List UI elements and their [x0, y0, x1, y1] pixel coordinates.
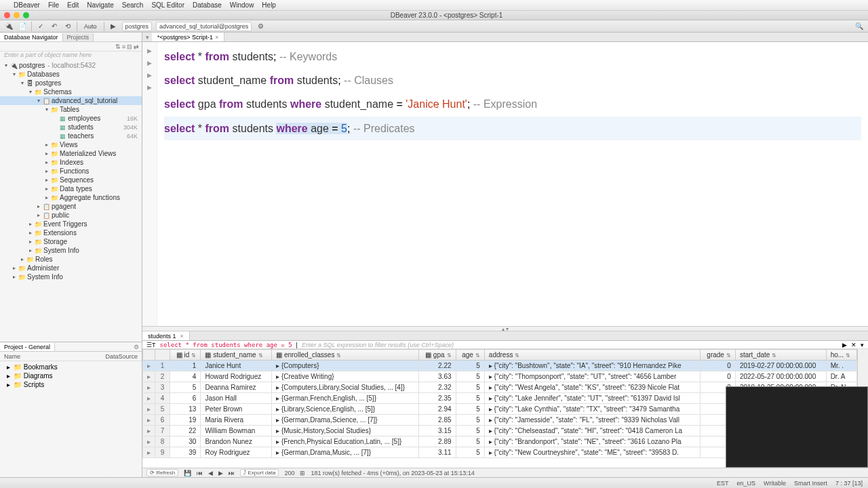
tree-item[interactable]: ▸Roles — [0, 255, 142, 264]
code-area[interactable]: select * from students; -- Keywords sele… — [157, 42, 868, 326]
filter-toggle-icon[interactable]: ☰T — [146, 342, 156, 348]
menu-search[interactable]: Search — [122, 1, 144, 9]
tree-item[interactable]: ▸Event Triggers — [0, 220, 142, 228]
tree-item[interactable]: ▾Databases — [0, 70, 142, 79]
menu-navigate[interactable]: Navigate — [87, 1, 113, 9]
nav-prev-icon[interactable]: ◀ — [208, 470, 213, 476]
run-icon[interactable]: ▶ — [108, 22, 118, 31]
table-row[interactable]: ▸11Janice Hunt▸ {Computers}2.225▸ {"city… — [143, 361, 857, 371]
save-icon[interactable]: 💾 — [184, 470, 191, 476]
menu-file[interactable]: File — [48, 1, 59, 9]
col-header[interactable]: age⇅ — [456, 350, 484, 361]
tree-item[interactable]: teachers64K — [0, 131, 142, 140]
tree-item[interactable]: ▸System Info — [0, 246, 142, 255]
col-header[interactable]: ▦ student_name⇅ — [201, 350, 272, 361]
tree-item[interactable]: ▸Storage — [0, 237, 142, 246]
tree-item[interactable]: ▾postgres — [0, 79, 142, 87]
project-col-name: Name — [4, 353, 105, 360]
search-icon[interactable]: 🔍 — [854, 22, 864, 31]
tree-filter-input[interactable]: Enter a part of object name here — [0, 52, 142, 60]
col-header[interactable]: ▦ gpa⇅ — [418, 350, 456, 361]
refresh-button[interactable]: ⟳ Refresh — [146, 469, 178, 476]
tree-item[interactable]: ▸Materialized Views — [0, 149, 142, 158]
col-header[interactable]: ho...⇅ — [826, 350, 856, 361]
tx-icon[interactable]: ⟲ — [63, 22, 73, 31]
tree-item[interactable]: ▾Tables — [0, 105, 142, 114]
tree-item[interactable]: ▸Sequences — [0, 176, 142, 184]
rows-label: 200 — [284, 470, 294, 476]
project-item[interactable]: ▸📁 Bookmarks — [0, 363, 142, 371]
menu-database[interactable]: Database — [193, 1, 222, 9]
traffic-lights[interactable] — [4, 12, 29, 18]
menu-help[interactable]: Help — [262, 1, 276, 9]
status-pos: 7 : 37 [13] — [835, 480, 863, 487]
tree-filter-icon[interactable]: ≡ — [122, 43, 125, 50]
col-header[interactable]: ▦ id⇅ — [170, 350, 201, 361]
close-icon[interactable]: × — [215, 34, 218, 41]
rollback-icon[interactable]: ↶ — [50, 22, 59, 31]
new-conn-icon[interactable]: 🔌 — [4, 22, 14, 31]
auto-label[interactable]: Auto — [81, 23, 100, 30]
tree-item[interactable]: ▸Administer — [0, 264, 142, 272]
tab-projects[interactable]: Projects — [63, 33, 94, 41]
editor-tabs: ▾ *<postgres> Script-1× — [142, 33, 868, 42]
tree-item[interactable]: ▾Schemas — [0, 87, 142, 96]
col-header[interactable]: ▦ enrolled_classes⇅ — [272, 350, 418, 361]
nav-first-icon[interactable]: ⏮ — [197, 470, 203, 476]
db-tree[interactable]: ▾postgres- localhost:5432▾Databases▾post… — [0, 60, 142, 342]
tree-item[interactable]: ▸Views — [0, 140, 142, 149]
table-row[interactable]: ▸24Howard Rodriguez▸ {Creative Writing}3… — [143, 371, 857, 382]
db-selector-2[interactable]: advanced_sql_tutorial@postgres — [156, 22, 252, 31]
menu-sqleditor[interactable]: SQL Editor — [151, 1, 184, 9]
tree-item[interactable]: ▾advanced_sql_tutorial — [0, 96, 142, 105]
filter-clear-icon[interactable]: ✕ — [851, 342, 856, 348]
col-header[interactable]: grade⇅ — [701, 350, 736, 361]
tree-item[interactable]: ▾postgres- localhost:5432 — [0, 61, 142, 70]
db-selector-1[interactable]: postgres — [122, 22, 153, 31]
tree-item[interactable]: employees16K — [0, 114, 142, 123]
editor-tab-script1[interactable]: *<postgres> Script-1× — [152, 33, 224, 41]
menu-window[interactable]: Window — [230, 1, 254, 9]
settings-icon[interactable]: ⚙ — [256, 22, 265, 31]
tree-item[interactable]: ▸public — [0, 211, 142, 220]
tree-link-icon[interactable]: ⇄ — [134, 43, 139, 50]
project-list[interactable]: ▸📁 Bookmarks▸📁 Diagrams▸📁 Scripts — [0, 361, 142, 390]
tree-sort-icon[interactable]: ⇅ — [115, 43, 121, 50]
export-button[interactable]: ⤴ Export data — [240, 469, 279, 476]
tree-collapse-icon[interactable]: ⊟ — [127, 43, 132, 50]
nav-last-icon[interactable]: ⏭ — [229, 470, 235, 476]
results-filter-input[interactable]: Enter a SQL expression to filter results… — [302, 342, 454, 348]
close-icon[interactable]: × — [180, 333, 184, 340]
results-status: ⟳ Refresh 💾 ⏮ ◀ ▶ ⏭ ⤴ Export data 200 ⊞ … — [142, 468, 868, 477]
tree-item[interactable]: ▸System Info — [0, 272, 142, 281]
filter-menu-icon[interactable]: ▾ — [861, 342, 864, 348]
project-item[interactable]: ▸📁 Diagrams — [0, 371, 142, 380]
editor-menu-icon[interactable]: ▾ — [142, 33, 152, 41]
project-gear-icon[interactable]: ⚙ — [131, 344, 142, 350]
splitter[interactable]: ▴ ▾ — [142, 326, 868, 331]
tab-db-navigator[interactable]: Database Navigator — [0, 33, 63, 41]
col-header[interactable]: start_date⇅ — [735, 350, 826, 361]
commit-icon[interactable]: ✓ — [36, 22, 45, 31]
menu-edit[interactable]: Edit — [67, 1, 79, 9]
col-header[interactable]: address⇅ — [484, 350, 700, 361]
tree-item[interactable]: ▸pgagent — [0, 202, 142, 211]
tree-item[interactable]: ▸Data types — [0, 184, 142, 193]
status-tz: EST — [717, 480, 729, 487]
tab-project-general[interactable]: Project - General — [0, 343, 55, 351]
left-panel: Database Navigator Projects ⇅ ≡ ⊟ ⇄ Ente… — [0, 33, 142, 477]
tree-item[interactable]: ▸Aggregate functions — [0, 193, 142, 202]
tree-item[interactable]: students304K — [0, 123, 142, 131]
sql-editor[interactable]: ▶▶▶▶ select * from students; -- Keywords… — [142, 42, 868, 326]
new-sql-icon[interactable]: 📄 — [18, 22, 27, 31]
nav-next-icon[interactable]: ▶ — [218, 470, 223, 476]
tree-item[interactable]: ▸Indexes — [0, 158, 142, 167]
filter-apply-icon[interactable]: ▶ — [842, 342, 847, 348]
tree-item[interactable]: ▸Functions — [0, 167, 142, 176]
tree-toolbar: ⇅ ≡ ⊟ ⇄ — [0, 42, 142, 52]
results-query-text: select * from students where age = 5 — [160, 342, 292, 348]
project-item[interactable]: ▸📁 Scripts — [0, 380, 142, 389]
menu-app[interactable]: DBeaver — [14, 1, 40, 9]
tree-item[interactable]: ▸Extensions — [0, 228, 142, 237]
results-tab[interactable]: students 1 × — [142, 331, 190, 340]
